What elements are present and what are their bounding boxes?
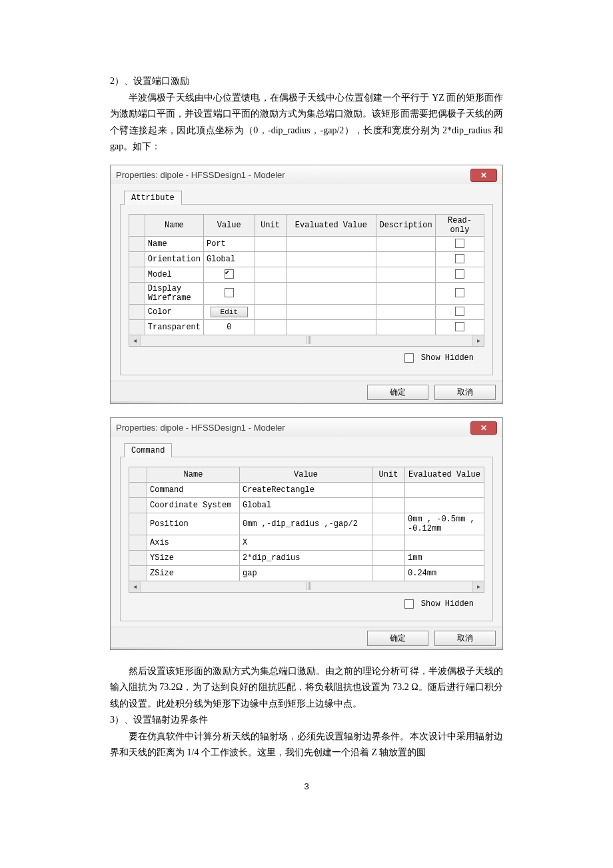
col-lead xyxy=(129,214,145,236)
section-heading: 2）、设置端口激励 xyxy=(110,73,503,90)
scroll-thumb[interactable] xyxy=(306,582,312,590)
readonly-checkbox[interactable] xyxy=(455,307,464,316)
tab-attribute[interactable]: Attribute xyxy=(124,191,182,205)
show-hidden-checkbox[interactable] xyxy=(404,353,414,363)
properties-dialog-attribute: Properties: dipole - HFSSDesign1 - Model… xyxy=(110,165,503,404)
dialog-title: Properties: dipole - HFSSDesign1 - Model… xyxy=(116,423,470,433)
show-hidden-row: Show Hidden xyxy=(129,593,484,614)
table-row: ColorEdit xyxy=(129,304,484,319)
table-row: YSize2*dip_radius1mm xyxy=(129,550,484,565)
paragraph-2: 然后设置该矩形面的激励方式为集总端口激励。由之前的理论分析可得，半波偶极子天线的… xyxy=(110,663,503,713)
col-readonly: Read-only xyxy=(436,214,484,236)
table-row: Transparent0 xyxy=(129,319,484,335)
command-table: Name Value Unit Evaluated Value CommandC… xyxy=(129,467,484,581)
col-name: Name xyxy=(147,467,240,482)
cancel-button[interactable]: 取消 xyxy=(434,631,496,646)
table-row: Coordinate SystemGlobal xyxy=(129,497,484,513)
table-row: ZSizegap0.24mm xyxy=(129,565,484,581)
section-heading-2: 3）、设置辐射边界条件 xyxy=(110,712,503,729)
col-desc: Description xyxy=(376,214,436,236)
col-unit: Unit xyxy=(372,467,405,482)
wireframe-checkbox[interactable] xyxy=(225,288,234,297)
scroll-right-icon[interactable]: ▸ xyxy=(472,581,484,592)
attribute-table: Name Value Unit Evaluated Value Descript… xyxy=(129,214,484,335)
col-value: Value xyxy=(240,467,372,482)
show-hidden-checkbox[interactable] xyxy=(404,599,414,609)
show-hidden-row: Show Hidden xyxy=(129,347,484,368)
table-row: Position0mm ,-dip_radius ,-gap/20mm , -0… xyxy=(129,513,484,535)
paragraph-1: 半波偶极子天线由中心位置馈电，在偶极子天线中心位置创建一个平行于 YZ 面的矩形… xyxy=(110,90,503,155)
dialog-title: Properties: dipole - HFSSDesign1 - Model… xyxy=(116,170,470,180)
horizontal-scrollbar[interactable]: ◂ ▸ xyxy=(129,335,484,347)
page-number: 3 xyxy=(110,781,503,791)
col-unit: Unit xyxy=(255,214,286,236)
close-icon[interactable]: ✕ xyxy=(470,169,497,182)
table-row: AxisX xyxy=(129,535,484,550)
col-lead xyxy=(129,467,147,482)
paragraph-3: 要在仿真软件中计算分析天线的辐射场，必须先设置辐射边界条件。本次设计中采用辐射边… xyxy=(110,729,503,761)
scroll-left-icon[interactable]: ◂ xyxy=(129,335,141,346)
table-row: NamePort xyxy=(129,236,484,251)
close-icon[interactable]: ✕ xyxy=(470,421,497,435)
tab-command[interactable]: Command xyxy=(124,443,172,457)
table-row: OrientationGlobal xyxy=(129,251,484,267)
col-eval: Evaluated Value xyxy=(286,214,376,236)
col-eval: Evaluated Value xyxy=(405,467,484,482)
col-value: Value xyxy=(204,214,255,236)
cancel-button[interactable]: 取消 xyxy=(434,385,496,400)
readonly-checkbox[interactable] xyxy=(455,322,464,331)
readonly-checkbox[interactable] xyxy=(455,254,464,263)
readonly-checkbox[interactable] xyxy=(455,239,464,248)
horizontal-scrollbar[interactable]: ◂ ▸ xyxy=(129,581,484,593)
edit-color-button[interactable]: Edit xyxy=(211,307,248,317)
scroll-right-icon[interactable]: ▸ xyxy=(472,335,484,346)
ok-button[interactable]: 确定 xyxy=(367,631,428,646)
readonly-checkbox[interactable] xyxy=(455,288,464,297)
col-name: Name xyxy=(145,214,203,236)
scroll-thumb[interactable] xyxy=(306,336,312,344)
scroll-left-icon[interactable]: ◂ xyxy=(129,581,141,592)
properties-dialog-command: Properties: dipole - HFSSDesign1 - Model… xyxy=(110,417,503,650)
model-checkbox[interactable] xyxy=(225,269,234,279)
ok-button[interactable]: 确定 xyxy=(367,385,428,400)
readonly-checkbox[interactable] xyxy=(455,269,464,279)
table-row: Display Wireframe xyxy=(129,282,484,304)
table-row: Model xyxy=(129,267,484,282)
table-row: CommandCreateRectangle xyxy=(129,482,484,497)
